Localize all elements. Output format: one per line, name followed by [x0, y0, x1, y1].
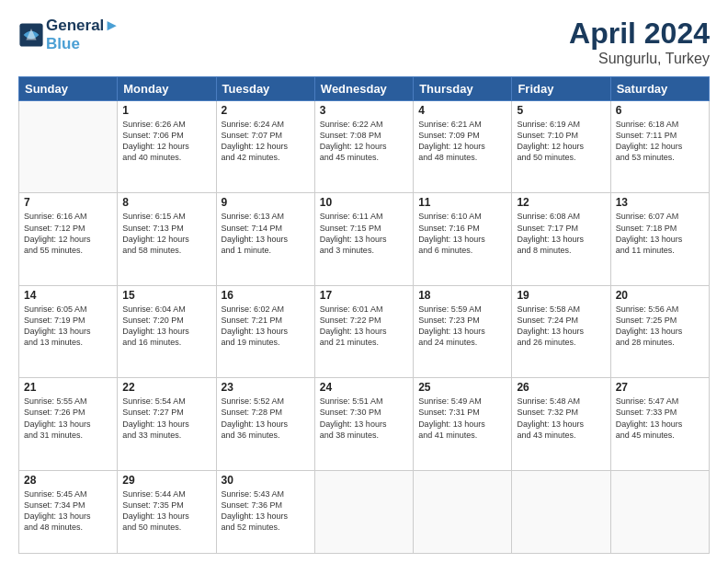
table-row: 23Sunrise: 5:52 AM Sunset: 7:28 PM Dayli…: [216, 378, 314, 470]
day-info: Sunrise: 6:04 AM Sunset: 7:20 PM Dayligh…: [122, 304, 210, 349]
table-row: 6Sunrise: 6:18 AM Sunset: 7:11 PM Daylig…: [610, 101, 709, 193]
table-row: 28Sunrise: 5:45 AM Sunset: 7:34 PM Dayli…: [19, 470, 118, 553]
day-info: Sunrise: 6:15 AM Sunset: 7:13 PM Dayligh…: [122, 211, 210, 256]
table-row: 16Sunrise: 6:02 AM Sunset: 7:21 PM Dayli…: [216, 285, 314, 377]
day-info: Sunrise: 5:49 AM Sunset: 7:31 PM Dayligh…: [418, 396, 506, 441]
table-row: 30Sunrise: 5:43 AM Sunset: 7:36 PM Dayli…: [216, 470, 314, 553]
table-row: 18Sunrise: 5:59 AM Sunset: 7:23 PM Dayli…: [414, 285, 512, 377]
day-number: 25: [418, 381, 506, 394]
table-row: 9Sunrise: 6:13 AM Sunset: 7:14 PM Daylig…: [216, 193, 314, 285]
table-row: 11Sunrise: 6:10 AM Sunset: 7:16 PM Dayli…: [414, 193, 512, 285]
day-info: Sunrise: 5:59 AM Sunset: 7:23 PM Dayligh…: [418, 304, 506, 349]
table-row: 14Sunrise: 6:05 AM Sunset: 7:19 PM Dayli…: [19, 285, 118, 377]
day-number: 16: [222, 289, 310, 302]
table-row: 26Sunrise: 5:48 AM Sunset: 7:32 PM Dayli…: [512, 378, 610, 470]
col-thursday: Thursday: [414, 77, 512, 101]
table-row: 3Sunrise: 6:22 AM Sunset: 7:08 PM Daylig…: [314, 101, 413, 193]
page: General► Blue April 2024 Sungurlu, Turke…: [0, 0, 728, 563]
day-number: 6: [616, 104, 704, 117]
calendar-table: Sunday Monday Tuesday Wednesday Thursday…: [18, 76, 710, 554]
table-row: 5Sunrise: 6:19 AM Sunset: 7:10 PM Daylig…: [512, 101, 610, 193]
day-number: 14: [24, 289, 112, 302]
day-number: 29: [122, 474, 210, 487]
col-monday: Monday: [118, 77, 216, 101]
day-info: Sunrise: 6:01 AM Sunset: 7:22 PM Dayligh…: [320, 304, 408, 349]
day-info: Sunrise: 5:47 AM Sunset: 7:33 PM Dayligh…: [616, 396, 704, 441]
col-sunday: Sunday: [19, 77, 118, 101]
day-number: 23: [222, 381, 310, 394]
day-number: 24: [320, 381, 408, 394]
day-info: Sunrise: 5:44 AM Sunset: 7:35 PM Dayligh…: [122, 488, 210, 534]
table-row: 10Sunrise: 6:11 AM Sunset: 7:15 PM Dayli…: [314, 193, 413, 285]
day-number: 15: [122, 289, 210, 302]
table-row: [19, 101, 118, 193]
day-info: Sunrise: 5:45 AM Sunset: 7:34 PM Dayligh…: [24, 488, 112, 534]
day-info: Sunrise: 6:21 AM Sunset: 7:09 PM Dayligh…: [418, 119, 506, 164]
table-row: 15Sunrise: 6:04 AM Sunset: 7:20 PM Dayli…: [118, 285, 216, 377]
table-row: 27Sunrise: 5:47 AM Sunset: 7:33 PM Dayli…: [610, 378, 709, 470]
day-number: 1: [122, 104, 210, 117]
table-row: 13Sunrise: 6:07 AM Sunset: 7:18 PM Dayli…: [610, 193, 709, 285]
day-number: 11: [418, 196, 506, 209]
day-info: Sunrise: 6:24 AM Sunset: 7:07 PM Dayligh…: [222, 119, 310, 164]
col-friday: Friday: [512, 77, 610, 101]
day-number: 22: [122, 381, 210, 394]
table-row: 25Sunrise: 5:49 AM Sunset: 7:31 PM Dayli…: [414, 378, 512, 470]
logo-icon: [18, 22, 44, 48]
day-info: Sunrise: 5:52 AM Sunset: 7:28 PM Dayligh…: [222, 396, 310, 441]
day-number: 28: [24, 474, 112, 487]
day-number: 7: [24, 196, 112, 209]
day-number: 13: [616, 196, 704, 209]
day-number: 10: [320, 196, 408, 209]
day-info: Sunrise: 5:54 AM Sunset: 7:27 PM Dayligh…: [122, 396, 210, 441]
day-number: 12: [517, 196, 605, 209]
day-info: Sunrise: 6:11 AM Sunset: 7:15 PM Dayligh…: [320, 211, 408, 256]
day-number: 30: [222, 474, 310, 487]
table-row: 29Sunrise: 5:44 AM Sunset: 7:35 PM Dayli…: [118, 470, 216, 553]
day-info: Sunrise: 6:08 AM Sunset: 7:17 PM Dayligh…: [517, 211, 605, 256]
logo: General► Blue: [18, 17, 119, 52]
day-info: Sunrise: 6:22 AM Sunset: 7:08 PM Dayligh…: [320, 119, 408, 164]
day-info: Sunrise: 6:16 AM Sunset: 7:12 PM Dayligh…: [24, 211, 112, 256]
day-number: 9: [222, 196, 310, 209]
day-info: Sunrise: 6:02 AM Sunset: 7:21 PM Dayligh…: [222, 304, 310, 349]
day-info: Sunrise: 5:55 AM Sunset: 7:26 PM Dayligh…: [24, 396, 112, 441]
table-row: 2Sunrise: 6:24 AM Sunset: 7:07 PM Daylig…: [216, 101, 314, 193]
table-row: [512, 470, 610, 553]
table-row: 20Sunrise: 5:56 AM Sunset: 7:25 PM Dayli…: [610, 285, 709, 377]
table-row: 21Sunrise: 5:55 AM Sunset: 7:26 PM Dayli…: [19, 378, 118, 470]
calendar-header-row: Sunday Monday Tuesday Wednesday Thursday…: [19, 77, 710, 101]
day-number: 18: [418, 289, 506, 302]
table-row: [314, 470, 413, 553]
table-row: 8Sunrise: 6:15 AM Sunset: 7:13 PM Daylig…: [118, 193, 216, 285]
day-number: 19: [517, 289, 605, 302]
day-number: 8: [122, 196, 210, 209]
table-row: 24Sunrise: 5:51 AM Sunset: 7:30 PM Dayli…: [314, 378, 413, 470]
table-row: [610, 470, 709, 553]
day-info: Sunrise: 6:18 AM Sunset: 7:11 PM Dayligh…: [616, 119, 704, 164]
day-number: 5: [517, 104, 605, 117]
col-saturday: Saturday: [610, 77, 709, 101]
day-number: 17: [320, 289, 408, 302]
day-info: Sunrise: 6:19 AM Sunset: 7:10 PM Dayligh…: [517, 119, 605, 164]
day-info: Sunrise: 6:07 AM Sunset: 7:18 PM Dayligh…: [616, 211, 704, 256]
day-number: 26: [517, 381, 605, 394]
day-number: 2: [222, 104, 310, 117]
col-wednesday: Wednesday: [314, 77, 413, 101]
day-info: Sunrise: 5:48 AM Sunset: 7:32 PM Dayligh…: [517, 396, 605, 441]
table-row: 17Sunrise: 6:01 AM Sunset: 7:22 PM Dayli…: [314, 285, 413, 377]
day-number: 21: [24, 381, 112, 394]
table-row: 7Sunrise: 6:16 AM Sunset: 7:12 PM Daylig…: [19, 193, 118, 285]
table-row: [414, 470, 512, 553]
day-number: 3: [320, 104, 408, 117]
subtitle: Sungurlu, Turkey: [569, 51, 710, 67]
table-row: 22Sunrise: 5:54 AM Sunset: 7:27 PM Dayli…: [118, 378, 216, 470]
table-row: 4Sunrise: 6:21 AM Sunset: 7:09 PM Daylig…: [414, 101, 512, 193]
table-row: 1Sunrise: 6:26 AM Sunset: 7:06 PM Daylig…: [118, 101, 216, 193]
day-info: Sunrise: 5:51 AM Sunset: 7:30 PM Dayligh…: [320, 396, 408, 441]
day-info: Sunrise: 5:58 AM Sunset: 7:24 PM Dayligh…: [517, 304, 605, 349]
table-row: 12Sunrise: 6:08 AM Sunset: 7:17 PM Dayli…: [512, 193, 610, 285]
day-info: Sunrise: 6:10 AM Sunset: 7:16 PM Dayligh…: [418, 211, 506, 256]
main-title: April 2024: [569, 17, 710, 51]
day-number: 20: [616, 289, 704, 302]
